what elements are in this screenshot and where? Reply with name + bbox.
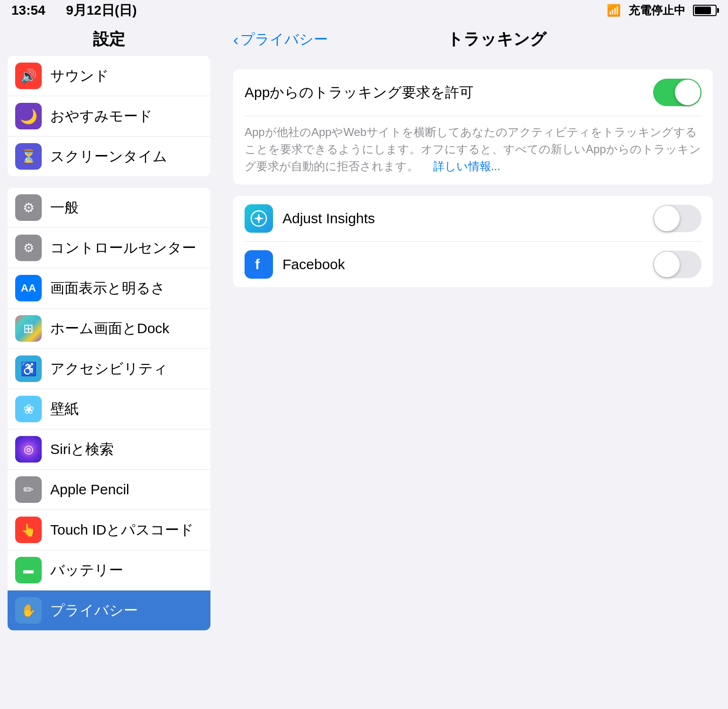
battery-icon: [693, 5, 717, 16]
status-indicators: 📶 充電停止中: [607, 3, 717, 18]
privacy-label: プライバシー: [50, 601, 203, 620]
display-label: 画面表示と明るさ: [50, 279, 203, 298]
sidebar-item-applepencil[interactable]: ✏ Apple Pencil: [8, 470, 210, 510]
siri-label: Siriと検索: [50, 440, 203, 459]
sidebar-item-display[interactable]: AA 画面表示と明るさ: [8, 268, 210, 309]
back-label: プライバシー: [240, 30, 328, 49]
touchid-label: Touch IDとパスコード: [50, 520, 203, 540]
main-layout: 設定 🔊 サウンド 🌙 おやすみモード ⏳ スクリーンタイム ⚙ 一般: [0, 21, 728, 709]
right-panel: ‹ プライバシー トラッキング Appからのトラッキング要求を許可 Appが他社…: [218, 21, 728, 709]
tracking-description: Appが他社のAppやWebサイトを横断してあなたのアクティビティをトラッキング…: [245, 116, 701, 184]
svg-point-1: [257, 217, 261, 220]
settings-group-1: 🔊 サウンド 🌙 おやすみモード ⏳ スクリーンタイム: [8, 56, 210, 176]
sidebar-item-screentime[interactable]: ⏳ スクリーンタイム: [8, 136, 210, 176]
back-chevron-icon: ‹: [233, 30, 238, 49]
accessibility-icon: ♿: [15, 355, 42, 382]
screentime-icon: ⏳: [15, 143, 42, 170]
adjust-name: Adjust Insights: [282, 210, 653, 227]
toggle-knob: [675, 80, 701, 105]
wifi-icon: 📶: [607, 4, 621, 17]
accessibility-label: アクセシビリティ: [50, 359, 203, 379]
content-area: Appからのトラッキング要求を許可 Appが他社のAppやWebサイトを横断して…: [218, 58, 728, 709]
sidebar-item-donotdisturb[interactable]: 🌙 おやすみモード: [8, 96, 210, 136]
sidebar-item-general[interactable]: ⚙ 一般: [8, 188, 210, 228]
main-toggle-card: Appからのトラッキング要求を許可 Appが他社のAppやWebサイトを横断して…: [233, 69, 713, 184]
sidebar-item-sound[interactable]: 🔊 サウンド: [8, 56, 210, 96]
adjust-toggle[interactable]: [653, 205, 701, 232]
controlcenter-icon: ⚙: [15, 235, 42, 261]
wallpaper-icon: ❀: [15, 396, 42, 422]
sound-icon: 🔊: [15, 63, 42, 89]
sidebar-item-accessibility[interactable]: ♿ アクセシビリティ: [8, 349, 210, 389]
status-time-date: 13:54 9月12日(日): [11, 1, 137, 19]
sidebar: 設定 🔊 サウンド 🌙 おやすみモード ⏳ スクリーンタイム ⚙ 一般: [0, 21, 218, 709]
status-time: 13:54: [11, 3, 46, 18]
homescreen-icon: ⊞: [15, 315, 42, 342]
homescreen-label: ホーム画面とDock: [50, 319, 203, 338]
main-toggle-switch[interactable]: [653, 79, 701, 106]
adjust-toggle-knob: [654, 206, 680, 231]
sidebar-item-battery[interactable]: ▬ バッテリー: [8, 550, 210, 591]
svg-text:f: f: [255, 256, 260, 272]
battery-label: バッテリー: [50, 561, 203, 580]
main-toggle-row: Appからのトラッキング要求を許可: [245, 69, 701, 116]
facebook-name: Facebook: [282, 256, 653, 273]
settings-group-2: ⚙ 一般 ⚙ コントロールセンター AA 画面表示と明るさ ⊞ ホーム画面とDo…: [8, 188, 210, 630]
wallpaper-label: 壁紙: [50, 400, 203, 419]
app-row-facebook: f Facebook: [245, 242, 701, 287]
general-icon: ⚙: [15, 194, 42, 221]
facebook-toggle-knob: [654, 252, 680, 277]
charging-status: 充電停止中: [628, 3, 685, 18]
applepencil-icon: ✏: [15, 476, 42, 503]
back-button[interactable]: ‹ プライバシー: [233, 30, 328, 49]
app-list-card: Adjust Insights f Facebook: [233, 196, 713, 287]
nav-header: ‹ プライバシー トラッキング: [218, 21, 728, 58]
donotdisturb-icon: 🌙: [15, 103, 42, 129]
siri-icon: ◎: [15, 436, 42, 463]
status-bar: 13:54 9月12日(日) 📶 充電停止中: [0, 0, 728, 21]
screentime-label: スクリーンタイム: [50, 147, 203, 166]
app-row-adjust: Adjust Insights: [245, 196, 701, 242]
sidebar-item-privacy[interactable]: ✋ プライバシー: [8, 591, 210, 630]
general-label: 一般: [50, 198, 203, 218]
sidebar-item-controlcenter[interactable]: ⚙ コントロールセンター: [8, 228, 210, 268]
touchid-icon: 👆: [15, 517, 42, 543]
detail-link[interactable]: 詳しい情報...: [433, 160, 500, 173]
sidebar-item-touchid[interactable]: 👆 Touch IDとパスコード: [8, 510, 210, 550]
donotdisturb-label: おやすみモード: [50, 107, 203, 126]
adjust-icon: [245, 204, 273, 233]
sound-label: サウンド: [50, 66, 203, 86]
sidebar-title: 設定: [0, 21, 218, 56]
battery-fill: [695, 7, 711, 14]
main-toggle-label: Appからのトラッキング要求を許可: [245, 83, 653, 102]
privacy-icon: ✋: [15, 597, 42, 624]
controlcenter-label: コントロールセンター: [50, 238, 203, 258]
sidebar-item-siri[interactable]: ◎ Siriと検索: [8, 429, 210, 470]
applepencil-label: Apple Pencil: [50, 482, 203, 498]
display-icon: AA: [15, 275, 42, 301]
page-title: トラッキング: [337, 28, 656, 50]
facebook-toggle[interactable]: [653, 251, 701, 278]
sidebar-item-homescreen[interactable]: ⊞ ホーム画面とDock: [8, 309, 210, 349]
facebook-icon: f: [245, 250, 273, 279]
status-date: 9月12日(日): [66, 3, 136, 18]
battery-settings-icon: ▬: [15, 557, 42, 583]
sidebar-item-wallpaper[interactable]: ❀ 壁紙: [8, 389, 210, 429]
